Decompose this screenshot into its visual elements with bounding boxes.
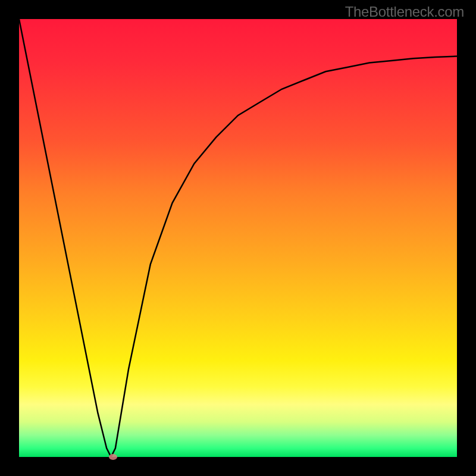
watermark-text: TheBottleneck.com: [345, 4, 464, 20]
bottleneck-curve: [19, 19, 457, 457]
bottleneck-marker: [109, 454, 117, 460]
plot-area: [19, 19, 457, 457]
chart-container: TheBottleneck.com: [0, 0, 476, 476]
